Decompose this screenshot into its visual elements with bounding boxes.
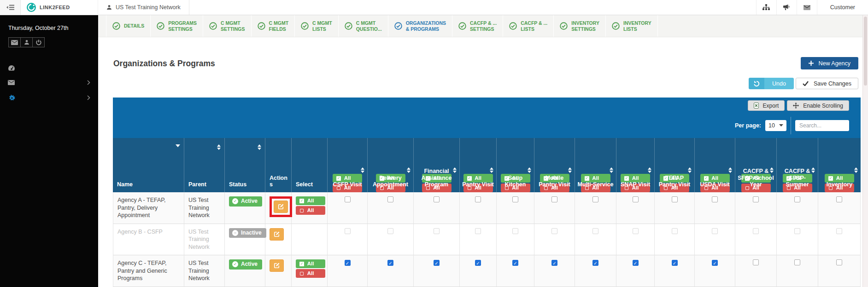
program-checkbox[interactable] — [633, 228, 639, 234]
enable-scrolling-button[interactable]: Enable Scrolling — [787, 100, 849, 111]
column-header-financial-assistance-program[interactable]: ✓AllAllFinancial Assistance Program — [414, 138, 460, 192]
sort-indicator[interactable] — [568, 167, 572, 173]
tab-c-mgmt-settings[interactable]: C MGMTSETTINGS — [203, 15, 252, 37]
column-header-csfp-visit[interactable]: ✓AllAllCSFP Visit — [328, 138, 368, 192]
program-checkbox[interactable] — [551, 196, 557, 202]
program-checkbox[interactable] — [387, 228, 393, 234]
undo-button[interactable]: Undo — [749, 78, 794, 89]
quick-user-button[interactable] — [20, 37, 33, 47]
sort-indicator[interactable] — [217, 144, 221, 150]
program-checkbox[interactable] — [512, 196, 518, 202]
scrollbar-thumb[interactable] — [864, 17, 867, 86]
program-checkbox[interactable] — [836, 196, 842, 202]
search-input[interactable] — [795, 120, 849, 131]
sort-indicator[interactable] — [176, 144, 180, 147]
sort-indicator[interactable] — [610, 167, 613, 173]
program-checkbox[interactable] — [794, 228, 800, 234]
tab-inventory-settings[interactable]: INVENTORYSETTINGS — [554, 15, 606, 37]
program-checkbox[interactable] — [836, 228, 842, 234]
program-checkbox[interactable]: ✓ — [512, 260, 518, 266]
sort-indicator[interactable] — [528, 167, 531, 173]
edit-agency-button[interactable] — [270, 228, 284, 241]
column-header-inventory[interactable]: ✓AllAllInventory — [818, 138, 861, 192]
column-header-delivery-appointment[interactable]: ✓AllAllDelivery Appointment — [368, 138, 414, 192]
column-header-tefap-pantry-visit[interactable]: ✓AllAllTEFAP Pantry Visit — [655, 138, 695, 192]
program-checkbox[interactable]: ✓ — [672, 260, 678, 266]
tab-details[interactable]: DETAILS — [106, 15, 151, 37]
program-checkbox[interactable]: ✓ — [387, 260, 393, 266]
program-checkbox[interactable] — [387, 196, 393, 202]
new-agency-button[interactable]: New Agency — [801, 57, 858, 69]
program-checkbox[interactable] — [672, 196, 678, 202]
sort-indicator[interactable] — [258, 144, 261, 150]
program-checkbox[interactable] — [712, 196, 718, 202]
program-checkbox[interactable] — [592, 196, 598, 202]
column-header-mobile-pantry-visit[interactable]: ✓AllAllMobile Pantry Visit — [534, 138, 575, 192]
program-checkbox[interactable] — [475, 196, 481, 202]
program-checkbox[interactable]: ✓ — [345, 260, 351, 266]
column-header-cacfp-sfsp-school-year[interactable]: ✓AllAllCACFP & SFSP-School Year — [735, 138, 777, 192]
save-changes-button[interactable]: Save Changes — [796, 78, 858, 89]
per-page-select[interactable]: 10 — [765, 120, 786, 131]
edit-agency-button[interactable] — [270, 259, 284, 272]
column-header-status[interactable]: Status — [225, 138, 265, 192]
program-checkbox[interactable] — [633, 196, 639, 202]
program-checkbox[interactable] — [434, 196, 440, 202]
program-checkbox[interactable] — [475, 228, 481, 234]
sidebar-item-messages[interactable] — [0, 75, 98, 90]
program-checkbox[interactable] — [345, 228, 351, 234]
program-checkbox[interactable]: ✓ — [592, 260, 598, 266]
program-checkbox[interactable] — [794, 259, 800, 265]
quick-mail-button[interactable] — [8, 37, 21, 47]
program-checkbox[interactable]: ✓ — [551, 260, 557, 266]
sidebar-item-administration[interactable] — [0, 90, 98, 106]
sort-indicator[interactable] — [688, 167, 692, 173]
program-checkbox[interactable] — [753, 228, 759, 234]
row-deselect-all-button[interactable]: All — [296, 269, 325, 278]
edit-agency-button[interactable] — [274, 201, 288, 213]
column-header-usda-visit[interactable]: ✓AllAllUSDA Visit — [695, 138, 735, 192]
tab-organizations-programs[interactable]: ORGANIZATIONS& PROGRAMS — [388, 15, 452, 37]
network-selector[interactable]: US Test Training Network — [98, 0, 189, 15]
brand[interactable]: LINK2FEED — [21, 0, 98, 15]
program-checkbox[interactable]: ✓ — [633, 260, 639, 266]
tab-c-mgmt-questio[interactable]: C MGMTQUESTIO... — [339, 15, 388, 37]
tab-c-mgmt-lists[interactable]: C MGMTLISTS — [295, 15, 339, 37]
program-checkbox[interactable]: ✓ — [712, 260, 718, 266]
program-checkbox[interactable]: ✓ — [475, 260, 481, 266]
program-checkbox[interactable] — [345, 196, 351, 202]
sort-indicator[interactable] — [728, 167, 732, 173]
program-checkbox[interactable] — [592, 228, 598, 234]
column-header-pantry-visit[interactable]: ✓AllAllPantry Visit — [460, 138, 497, 192]
program-checkbox[interactable] — [753, 259, 759, 265]
column-header-cacfp-sfsp-summer[interactable]: ✓AllAllCACFP & SFSP-Summer — [777, 138, 818, 192]
tab-cacfp-settings[interactable]: CACFP & ...SETTINGS — [452, 15, 503, 37]
sitemap-button[interactable] — [756, 0, 776, 15]
tab-cacfp-lists[interactable]: CACFP & ...LISTS — [503, 15, 554, 37]
program-checkbox[interactable] — [434, 228, 440, 234]
program-checkbox[interactable]: ✓ — [434, 260, 440, 266]
export-button[interactable]: Export — [748, 100, 785, 111]
sort-indicator[interactable] — [407, 167, 411, 173]
program-checkbox[interactable] — [712, 228, 718, 234]
program-checkbox[interactable] — [551, 228, 557, 234]
program-checkbox[interactable] — [836, 259, 842, 265]
sort-indicator[interactable] — [361, 167, 364, 173]
row-deselect-all-button[interactable]: All — [296, 206, 325, 215]
column-header-name[interactable]: Name — [113, 138, 184, 192]
user-menu[interactable]: Customer — [817, 0, 868, 15]
sort-indicator[interactable] — [648, 167, 651, 173]
program-checkbox[interactable] — [753, 196, 759, 202]
program-checkbox[interactable] — [512, 228, 518, 234]
column-header-soup-kitchen[interactable]: ✓AllAllSoup Kitchen — [497, 138, 534, 192]
tab-programs-settings[interactable]: PROGRAMSSETTINGS — [151, 15, 203, 37]
sort-indicator[interactable] — [490, 167, 493, 173]
program-checkbox[interactable] — [794, 196, 800, 202]
row-select-all-button[interactable]: ✓All — [296, 196, 325, 205]
quick-power-button[interactable] — [32, 37, 45, 47]
column-header-parent[interactable]: Parent — [184, 138, 225, 192]
program-checkbox[interactable] — [672, 228, 678, 234]
tab-c-mgmt-fields[interactable]: C MGMTFIELDS — [252, 15, 295, 37]
column-header-multi-service[interactable]: ✓AllAllMulti-Service — [575, 138, 616, 192]
column-header-snap-visit[interactable]: ✓AllAllSNAP Visit — [616, 138, 655, 192]
